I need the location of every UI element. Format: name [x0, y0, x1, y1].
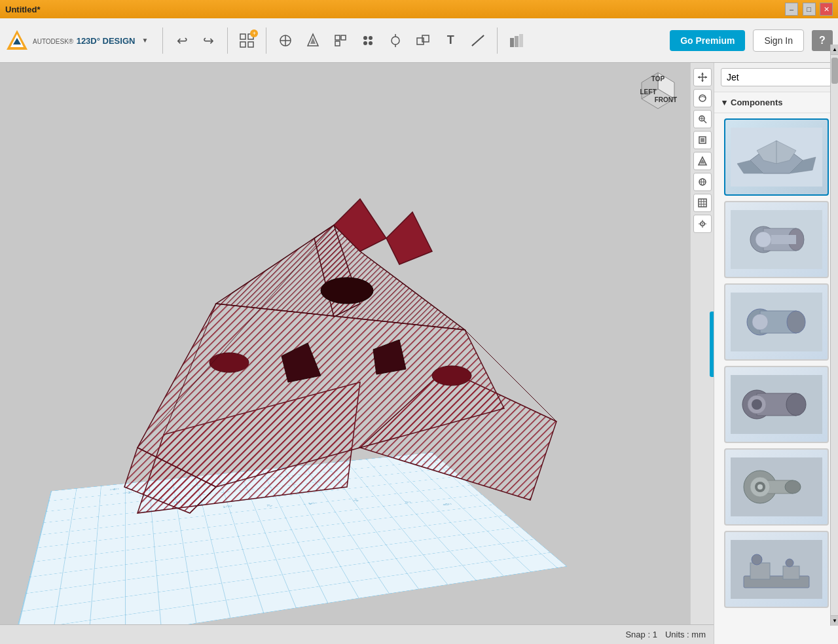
- svg-text:400: 400: [441, 503, 452, 507]
- perspective-tool[interactable]: [693, 152, 712, 170]
- svg-rect-14: [335, 41, 340, 46]
- svg-point-112: [786, 393, 806, 416]
- scrollbar-thumb[interactable]: [831, 63, 838, 84]
- svg-marker-66: [701, 80, 704, 82]
- grid-labels: 250 225 200 175 150 125 100 75 50 25 40 …: [11, 452, 567, 644]
- svg-point-107: [787, 311, 805, 333]
- svg-rect-24: [510, 38, 514, 47]
- components-list: [714, 113, 838, 644]
- svg-text:TOP: TOP: [651, 75, 665, 82]
- svg-text:LEFT: LEFT: [640, 88, 657, 96]
- measure-btn[interactable]: [465, 28, 490, 53]
- sketch-btn[interactable]: [273, 28, 298, 53]
- svg-text:100: 100: [223, 505, 233, 509]
- svg-line-55: [137, 225, 334, 448]
- view-cube[interactable]: TOP LEFT FRONT: [635, 69, 681, 115]
- svg-point-87: [702, 223, 703, 224]
- component-item-1[interactable]: [724, 118, 829, 196]
- title-bar: Untitled* – □ ✕: [0, 0, 838, 18]
- svg-point-19: [392, 37, 399, 45]
- grid-background: 250 225 200 175 150 125 100 75 50 25 40 …: [11, 452, 567, 644]
- snap-status: Snap : 1: [625, 630, 657, 639]
- svg-marker-50: [282, 343, 321, 382]
- component-thumbnail-3: [731, 293, 822, 351]
- svg-rect-3: [240, 34, 246, 39]
- collapse-arrow[interactable]: ▾: [722, 98, 727, 107]
- transform-badge: +: [250, 29, 258, 37]
- premium-btn[interactable]: Go Premium: [670, 30, 745, 51]
- fit-tool[interactable]: [693, 131, 712, 149]
- transform-tool-wrapper: +: [234, 28, 259, 53]
- svg-point-108: [752, 314, 768, 330]
- svg-rect-125: [783, 566, 799, 579]
- components-header: ▾ Components: [714, 92, 838, 113]
- component-item-5[interactable]: [724, 448, 829, 526]
- toolbar-sep-2: [227, 27, 228, 54]
- grid-tool[interactable]: [693, 194, 712, 212]
- svg-text:175: 175: [155, 497, 164, 501]
- svg-rect-6: [248, 42, 253, 47]
- svg-marker-47: [314, 225, 360, 317]
- svg-text:200: 200: [139, 494, 149, 497]
- pattern-btn[interactable]: [355, 28, 380, 53]
- panel-scrollbar[interactable]: ▲ ▼: [830, 63, 838, 626]
- svg-point-69: [699, 95, 706, 101]
- svg-point-17: [363, 41, 367, 45]
- combine-btn[interactable]: [410, 28, 435, 53]
- close-btn[interactable]: ✕: [820, 3, 833, 16]
- component-thumbnail-1: [731, 128, 822, 187]
- logo-area: AUTODESK® 123D° DESIGN ▼: [5, 29, 148, 52]
- modify-btn[interactable]: [328, 28, 353, 53]
- maximize-btn[interactable]: □: [803, 3, 816, 16]
- svg-text:250: 250: [110, 488, 119, 491]
- svg-line-71: [704, 120, 706, 123]
- component-item-3[interactable]: [724, 283, 829, 361]
- component-item-6[interactable]: [724, 531, 829, 608]
- svg-point-114: [752, 399, 762, 410]
- pan-tool[interactable]: [693, 68, 712, 86]
- svg-marker-68: [705, 76, 707, 79]
- scrollbar-down[interactable]: ▼: [831, 615, 838, 626]
- svg-point-48: [210, 353, 249, 372]
- svg-text:125: 125: [194, 503, 204, 507]
- component-thumbnail-6: [731, 540, 822, 599]
- svg-point-118: [785, 480, 801, 493]
- zoom-tool[interactable]: [693, 110, 712, 128]
- svg-marker-46: [386, 212, 432, 264]
- svg-text:225: 225: [124, 491, 134, 494]
- svg-marker-51: [373, 340, 406, 374]
- panel-dropdown[interactable]: Jet: [721, 68, 831, 86]
- orbit-tool[interactable]: [693, 89, 712, 107]
- svg-rect-12: [335, 35, 340, 40]
- undo-btn[interactable]: ↩: [170, 28, 194, 53]
- toolbar: AUTODESK® 123D° DESIGN ▼ ↩ ↪ + T: [0, 18, 838, 63]
- minimize-btn[interactable]: –: [785, 3, 798, 16]
- construct-btn[interactable]: [301, 28, 325, 53]
- svg-point-15: [363, 36, 367, 40]
- component-item-2[interactable]: [724, 201, 829, 278]
- materials-btn[interactable]: [504, 28, 529, 53]
- title-bar-text: Untitled*: [5, 5, 784, 14]
- svg-text:25: 25: [352, 499, 359, 502]
- units-status: Units : mm: [665, 630, 706, 639]
- group-btn[interactable]: [383, 28, 408, 53]
- svg-text:75: 75: [266, 504, 273, 507]
- panel-header: Jet: [714, 63, 838, 92]
- svg-marker-67: [698, 76, 700, 79]
- viewport[interactable]: 250 225 200 175 150 125 100 75 50 25 40 …: [0, 63, 714, 644]
- svg-point-121: [757, 484, 763, 490]
- redo-btn[interactable]: ↪: [196, 28, 221, 53]
- svg-marker-44: [216, 225, 465, 330]
- toolbar-sep-4: [497, 27, 498, 54]
- snap-tool[interactable]: [693, 215, 712, 233]
- component-item-4[interactable]: [724, 366, 829, 443]
- autodesk-logo: [5, 29, 29, 52]
- svg-rect-25: [515, 36, 519, 47]
- svg-point-127: [786, 559, 793, 567]
- svg-text:50: 50: [308, 502, 316, 505]
- signin-btn[interactable]: Sign In: [753, 29, 804, 52]
- wireframe-tool[interactable]: [693, 173, 712, 191]
- status-bar: Snap : 1 Units : mm: [0, 624, 714, 644]
- text-btn[interactable]: T: [438, 28, 463, 53]
- logo-dropdown[interactable]: ▼: [141, 37, 148, 44]
